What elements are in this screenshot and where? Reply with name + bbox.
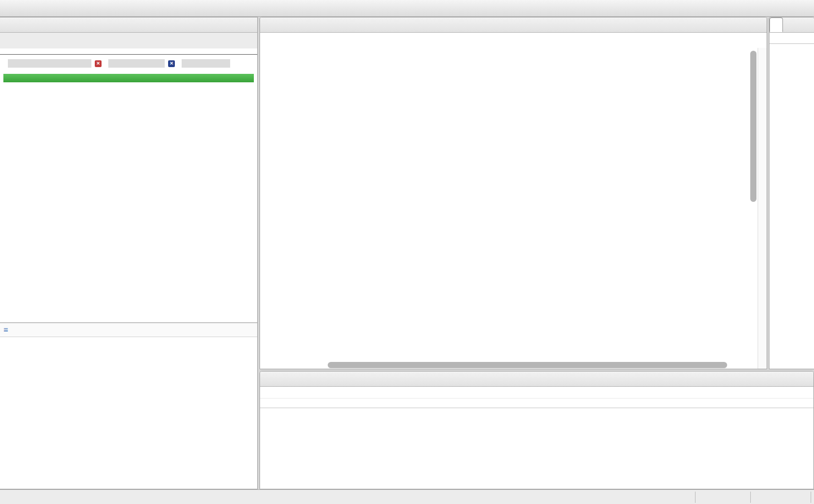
editor-vertical-scrollbar[interactable]: [750, 51, 756, 369]
variables-content: [769, 33, 814, 369]
errors-icon: ✕: [95, 60, 102, 67]
editor-overview-ruler: [758, 48, 767, 369]
code-editor[interactable]: [260, 33, 767, 369]
junit-view-content: ✕ ✕ ≡: [0, 48, 257, 489]
variables-name-header: [769, 33, 814, 44]
junit-progress-bar: [3, 74, 254, 82]
failure-trace-menu-icon[interactable]: ≡: [3, 325, 8, 334]
status-bar: [0, 489, 814, 504]
errors-value: [108, 59, 165, 68]
junit-counters: ✕ ✕: [0, 55, 257, 69]
smart-insert-indicator: [751, 490, 810, 504]
junit-status-text: [0, 48, 257, 55]
variables-panel: [769, 17, 814, 369]
coverage-session-label: [260, 387, 813, 398]
bottom-tabrow: [260, 372, 813, 387]
failures-icon: ✕: [168, 60, 175, 67]
editor-tabrow: [260, 17, 767, 33]
failure-trace-header: ≡: [0, 322, 257, 337]
variables-tabrow: [769, 17, 814, 33]
main-toolbar: [0, 0, 814, 17]
coverage-table: [260, 399, 813, 489]
editor-horizontal-scrollbar[interactable]: [328, 362, 744, 368]
coverage-table-header: [260, 399, 813, 408]
writable-indicator: [696, 490, 750, 504]
left-view-panel: ✕ ✕ ≡: [0, 17, 258, 489]
failures-value: [182, 59, 230, 68]
runs-value: [8, 59, 91, 68]
left-tabrow: [0, 17, 257, 33]
editor-area: [259, 17, 767, 369]
bottom-view-panel: [259, 371, 814, 489]
tab-variables[interactable]: [769, 17, 783, 32]
junit-view-toolbar: [0, 33, 257, 48]
